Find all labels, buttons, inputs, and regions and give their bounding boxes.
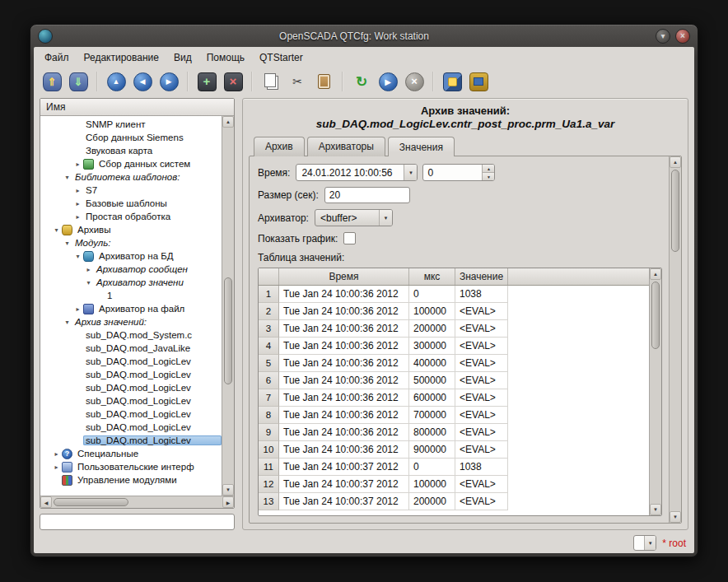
table-cell-mks[interactable]: 200000 — [409, 493, 455, 510]
tree-item[interactable]: sub_DAQ.mod_LogicLev — [40, 368, 222, 381]
titlebar[interactable]: OpenSCADA QTCfg: Work station — [34, 25, 694, 47]
table-cell-time[interactable]: Tue Jan 24 10:00:36 2012 — [279, 389, 409, 407]
column-header-value[interactable]: Значение — [455, 268, 508, 285]
table-cell-value[interactable]: <EVAL> — [455, 407, 508, 424]
tree-vertical-scrollbar[interactable] — [222, 116, 234, 496]
table-cell-mks[interactable]: 500000 — [409, 372, 455, 389]
table-cell-time[interactable]: Tue Jan 24 10:00:36 2012 — [279, 355, 409, 372]
collapse-icon[interactable] — [51, 226, 62, 234]
tree-item[interactable]: Библиотека шаблонов: — [40, 170, 222, 184]
table-cell-time[interactable]: Tue Jan 24 10:00:36 2012 — [279, 441, 409, 459]
table-cell-mks[interactable]: 200000 — [409, 320, 455, 338]
table-cell-time[interactable]: Tue Jan 24 10:00:36 2012 — [279, 286, 409, 303]
corner-header[interactable] — [259, 268, 279, 285]
expand-icon[interactable] — [72, 305, 83, 313]
scroll-right-icon[interactable] — [222, 496, 234, 508]
row-number-cell[interactable]: 5 — [259, 355, 279, 372]
scrollbar-thumb[interactable] — [54, 498, 128, 506]
tree-item[interactable]: sub_DAQ.mod_JavaLike — [40, 342, 222, 355]
chevron-down-icon[interactable] — [379, 210, 392, 226]
row-number-cell[interactable]: 10 — [259, 441, 279, 459]
collapse-icon[interactable] — [72, 253, 83, 260]
scrollbar-track[interactable] — [222, 128, 234, 484]
collapse-icon[interactable] — [62, 174, 72, 181]
chevron-down-icon[interactable] — [404, 165, 417, 180]
tree-item[interactable]: Базовые шаблоны — [40, 197, 222, 210]
tab-archive[interactable]: Архив — [254, 137, 305, 156]
tree-item[interactable]: sub_DAQ.mod_LogicLev — [40, 381, 222, 394]
stop-periodic-update-button[interactable] — [402, 69, 427, 94]
add-item-button[interactable] — [194, 69, 219, 94]
table-cell-time[interactable]: Tue Jan 24 10:00:36 2012 — [279, 372, 409, 389]
refresh-button[interactable] — [349, 69, 374, 94]
tree-item-selected[interactable]: sub_DAQ.mod_LogicLev — [40, 434, 222, 447]
row-number-cell[interactable]: 7 — [259, 389, 279, 407]
table-cell-mks[interactable]: 800000 — [409, 424, 455, 441]
tree-item[interactable]: Архиватор значени — [40, 276, 222, 289]
table-cell-value[interactable]: <EVAL> — [455, 372, 508, 389]
scroll-up-icon[interactable] — [670, 156, 681, 168]
scroll-down-icon[interactable] — [650, 504, 661, 515]
chevron-down-icon[interactable] — [644, 536, 656, 550]
tree-item[interactable]: Простая обработка — [40, 210, 222, 223]
tree-item[interactable]: Пользовательские интерф — [40, 460, 222, 473]
show-graph-checkbox[interactable] — [343, 232, 356, 244]
table-cell-value[interactable]: 1038 — [455, 286, 508, 303]
archiver-combobox[interactable]: <buffer> — [315, 209, 393, 226]
tree-item[interactable]: Специальные — [40, 447, 222, 460]
menu-help[interactable]: Помощь — [199, 49, 252, 66]
expand-icon[interactable] — [72, 187, 83, 194]
spin-down-icon[interactable] — [483, 173, 494, 180]
qtcfg-starter-button[interactable] — [440, 69, 464, 94]
menu-edit[interactable]: Редактирование — [77, 49, 166, 66]
expand-icon[interactable] — [72, 200, 83, 207]
size-input[interactable] — [324, 187, 410, 203]
go-forward-button[interactable] — [156, 69, 181, 94]
close-button[interactable] — [675, 29, 690, 44]
go-up-button[interactable] — [104, 69, 128, 94]
row-number-cell[interactable]: 12 — [259, 476, 279, 493]
table-cell-mks[interactable]: 0 — [409, 459, 455, 476]
tree-item[interactable]: sub_DAQ.mod_LogicLev — [40, 407, 222, 421]
paste-item-button[interactable] — [311, 69, 336, 94]
scroll-up-icon[interactable] — [222, 116, 234, 128]
table-cell-time[interactable]: Tue Jan 24 10:00:36 2012 — [279, 320, 409, 338]
scroll-up-icon[interactable] — [650, 268, 661, 280]
tree-item[interactable]: Управление модулями — [40, 473, 222, 487]
scrollbar-track[interactable] — [650, 280, 661, 504]
expand-icon[interactable] — [83, 266, 94, 273]
scrollbar-thumb[interactable] — [224, 277, 232, 384]
cut-item-button[interactable] — [285, 69, 310, 94]
time-combobox[interactable]: 24.01.2012 10:00:56 — [296, 164, 418, 181]
tree-item[interactable]: sub_DAQ.mod_LogicLev — [40, 421, 222, 434]
tab-archivers[interactable]: Архиваторы — [307, 137, 385, 156]
tree-search-input[interactable] — [40, 514, 235, 530]
table-cell-mks[interactable]: 900000 — [409, 441, 455, 459]
table-cell-time[interactable]: Tue Jan 24 10:00:36 2012 — [279, 407, 409, 424]
table-cell-value[interactable]: 1038 — [455, 459, 508, 476]
column-header-mks[interactable]: мкс — [409, 268, 455, 285]
scrollbar-thumb[interactable] — [671, 170, 679, 252]
table-cell-time[interactable]: Tue Jan 24 10:00:37 2012 — [279, 493, 409, 510]
menu-view[interactable]: Вид — [166, 49, 199, 66]
row-number-cell[interactable]: 13 — [259, 493, 279, 510]
table-cell-time[interactable]: Tue Jan 24 10:00:36 2012 — [279, 424, 409, 441]
tree-item[interactable]: Звуковая карта — [40, 144, 222, 157]
minimize-button[interactable] — [656, 29, 670, 44]
table-cell-mks[interactable]: 0 — [409, 286, 455, 303]
tree-item[interactable]: Сбор данных Siemens — [40, 131, 222, 144]
expand-icon[interactable] — [72, 161, 83, 168]
row-number-cell[interactable]: 2 — [259, 303, 279, 320]
row-number-cell[interactable]: 1 — [259, 286, 279, 303]
tree-item[interactable]: sub_DAQ.mod_System.c — [40, 328, 222, 342]
collapse-icon[interactable] — [83, 279, 94, 286]
table-cell-value[interactable]: <EVAL> — [455, 424, 508, 441]
collapse-icon[interactable] — [62, 319, 72, 326]
row-number-cell[interactable]: 11 — [259, 459, 279, 476]
row-number-cell[interactable]: 4 — [259, 338, 279, 355]
tree-item[interactable]: Архиватор на файл — [40, 302, 222, 315]
table-cell-mks[interactable]: 100000 — [409, 476, 455, 493]
tree-item[interactable]: SNMP клиент — [40, 118, 222, 131]
table-cell-value[interactable]: <EVAL> — [455, 338, 508, 355]
scrollbar-track[interactable] — [670, 168, 681, 511]
